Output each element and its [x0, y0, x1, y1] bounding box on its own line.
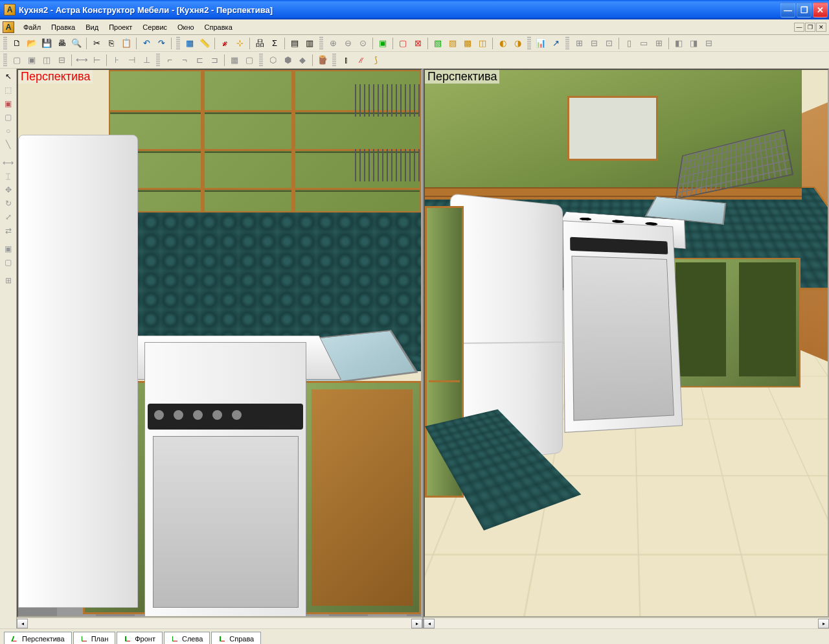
ungroup-tool[interactable]: ▢: [1, 256, 16, 269]
new-button[interactable]: 🗋: [10, 36, 24, 51]
layout2-button[interactable]: ▭: [637, 36, 651, 51]
fitting-button[interactable]: ⊹: [233, 36, 247, 51]
toolbar-grip[interactable]: [259, 54, 263, 67]
split3-button[interactable]: ⊟: [701, 36, 716, 51]
toolbar-grip[interactable]: [3, 37, 7, 50]
scroll-track[interactable]: [435, 619, 818, 628]
menu-service[interactable]: Сервис: [137, 21, 172, 33]
align2-button[interactable]: ⊟: [587, 36, 601, 51]
open-button[interactable]: 📂: [25, 36, 39, 51]
menu-help[interactable]: Справка: [199, 21, 238, 33]
edge3-button[interactable]: ⊏: [192, 53, 207, 67]
scroll-track[interactable]: [28, 619, 411, 628]
report2-button[interactable]: ▥: [302, 36, 317, 51]
mirror-tool[interactable]: ⇄: [1, 224, 16, 237]
edge1-button[interactable]: ⌐: [163, 53, 177, 67]
mdi-close-button[interactable]: ✕: [816, 23, 826, 32]
tab-right[interactable]: Справа: [211, 632, 261, 644]
panel3-button[interactable]: ◫: [40, 53, 54, 67]
dim1-button[interactable]: ⟷: [74, 53, 89, 67]
sum-button[interactable]: Σ: [267, 36, 282, 51]
cut-button[interactable]: ✂: [89, 36, 104, 51]
line-tool[interactable]: ╲: [1, 138, 16, 151]
scroll-right-button[interactable]: ▸: [411, 619, 422, 628]
toolbar-grip[interactable]: [156, 54, 160, 67]
menu-window[interactable]: Окно: [172, 21, 199, 33]
graph-button[interactable]: ↗: [549, 36, 563, 51]
hatch3-button[interactable]: ⟆: [369, 53, 383, 67]
chart-button[interactable]: 📊: [534, 36, 548, 51]
dim-tool[interactable]: ⟷: [1, 156, 16, 169]
copy-button[interactable]: ⎘: [104, 36, 119, 51]
group-tool[interactable]: ▣: [1, 242, 16, 255]
redo-button[interactable]: ↷: [154, 36, 168, 51]
join3-button[interactable]: ⊥: [139, 53, 153, 67]
app-menu-icon[interactable]: A: [3, 21, 14, 33]
print-button[interactable]: 🖶: [54, 36, 69, 51]
menu-project[interactable]: Проект: [104, 21, 137, 33]
join2-button[interactable]: ⊣: [124, 53, 139, 67]
explode-tool[interactable]: ⊞: [1, 274, 16, 287]
panel2-button[interactable]: ▣: [25, 53, 39, 67]
toolbar-grip[interactable]: [319, 37, 323, 50]
edge2-button[interactable]: ¬: [177, 53, 192, 67]
scroll-left-button[interactable]: ◂: [424, 619, 435, 628]
zoom-out-button[interactable]: ⊖: [341, 36, 355, 51]
mdi-restore-button[interactable]: ❐: [805, 23, 815, 32]
paste-button[interactable]: 📋: [119, 36, 133, 51]
scroll-right-button[interactable]: ▸: [818, 619, 829, 628]
edge4-button[interactable]: ⊐: [207, 53, 221, 67]
dim2-button[interactable]: ⊢: [89, 53, 104, 67]
save-button[interactable]: 💾: [40, 36, 54, 51]
light2-button[interactable]: ◑: [510, 36, 525, 51]
menu-view[interactable]: Вид: [80, 21, 104, 33]
maximize-button[interactable]: ❐: [797, 3, 812, 17]
zoom-fit-button[interactable]: ⊙: [356, 36, 370, 51]
tab-front[interactable]: Фронт: [117, 632, 163, 644]
scroll-left-button[interactable]: ◂: [17, 619, 28, 628]
select-tool[interactable]: ⬚: [1, 84, 16, 97]
obj2-button[interactable]: ⬢: [280, 53, 295, 67]
toolbar-grip[interactable]: [176, 37, 180, 50]
align1-button[interactable]: ⊞: [572, 36, 586, 51]
layout1-button[interactable]: ▯: [622, 36, 636, 51]
text-tool[interactable]: ⌶: [1, 170, 16, 183]
grid-button[interactable]: ▦: [183, 36, 197, 51]
shaded-button[interactable]: ▨: [446, 36, 460, 51]
align3-button[interactable]: ⊡: [602, 36, 616, 51]
tree-button[interactable]: 品: [253, 36, 267, 51]
menu-edit[interactable]: Правка: [46, 21, 80, 33]
rotate-tool[interactable]: ↻: [1, 197, 16, 210]
wire-button[interactable]: ▢: [396, 36, 410, 51]
box-tool[interactable]: ▣: [1, 97, 16, 110]
mdi-minimize-button[interactable]: —: [794, 23, 804, 32]
zoom-in-button[interactable]: ⊕: [326, 36, 340, 51]
viewport-left[interactable]: Перспектива: [17, 69, 422, 617]
tab-plan[interactable]: План: [73, 632, 116, 644]
panel1-button[interactable]: ▢: [10, 53, 24, 67]
pointer-tool[interactable]: ↖: [1, 70, 16, 83]
render1-button[interactable]: ▣: [376, 36, 390, 51]
obj3-button[interactable]: ◆: [295, 53, 310, 67]
panel-tool[interactable]: ▢: [1, 111, 16, 124]
panel4-button[interactable]: ⊟: [54, 53, 69, 67]
toolbar-grip[interactable]: [3, 54, 7, 67]
texture1-button[interactable]: 🪵: [315, 53, 330, 67]
ruler-button[interactable]: 📏: [198, 36, 212, 51]
material-button[interactable]: ◫: [475, 36, 490, 51]
flat-button[interactable]: ▧: [431, 36, 445, 51]
report1-button[interactable]: ▤: [288, 36, 302, 51]
table-button[interactable]: ▦: [227, 53, 242, 67]
toolbar-grip[interactable]: [565, 37, 569, 50]
split2-button[interactable]: ◨: [687, 36, 701, 51]
box-button[interactable]: ▢: [242, 53, 256, 67]
tab-left[interactable]: Слева: [164, 632, 210, 644]
join1-button[interactable]: ⊦: [109, 53, 124, 67]
toolbar-grip[interactable]: [527, 37, 531, 50]
hatch2-button[interactable]: ⫽: [354, 53, 368, 67]
circle-tool[interactable]: ○: [1, 124, 16, 137]
viewport-right[interactable]: Перспектива: [424, 69, 829, 617]
move-tool[interactable]: ✥: [1, 183, 16, 196]
menu-file[interactable]: Файл: [18, 21, 46, 33]
hidden-button[interactable]: ⊠: [411, 36, 425, 51]
